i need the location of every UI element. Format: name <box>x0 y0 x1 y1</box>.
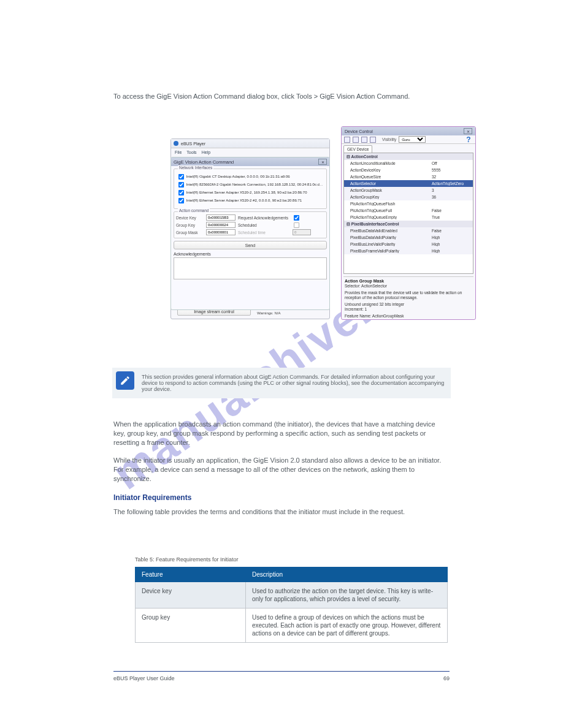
group-mask-label: Group Mask <box>176 230 204 235</box>
property-row[interactable]: PlcActionTrigQueueEmptyTrue <box>344 214 473 221</box>
property-row[interactable]: PixelBusLineValidPolarityHigh <box>344 241 473 248</box>
nif-text: Intel(R) Ethernet Server Adapter X520-2,… <box>186 191 307 194</box>
help-increment: Increment: 1 <box>345 307 472 312</box>
cell-desc: Used to authorize the action on the targ… <box>246 582 448 609</box>
help-icon[interactable]: ? <box>464 135 473 144</box>
help-desc: Provides the mask that the device will u… <box>345 290 472 300</box>
property-row[interactable]: PlcActionTrigQueueFullFalse <box>344 207 473 214</box>
request-ack-checkbox[interactable] <box>294 214 299 220</box>
ack-label: Acknowledgements <box>174 252 327 256</box>
nif-item[interactable]: Intel(R) Gigabit CT Desktop Adapter, 0.0… <box>177 173 323 181</box>
action-command-group: Action command Device Key Request Acknow… <box>174 211 327 238</box>
help-feature: Feature Name: ActionGroupMask <box>345 314 472 319</box>
property-row[interactable]: ActionSelectorActionTrigSetZero <box>344 180 473 187</box>
note-box: This section provides general informatio… <box>112 368 451 398</box>
property-row[interactable]: PixelBusFrameValidPolarityHigh <box>344 248 473 254</box>
menu-file[interactable]: File <box>175 150 182 154</box>
nif-text: Intel(R) Gigabit CT Desktop Adapter, 0.0… <box>186 175 290 178</box>
scheduled-checkbox[interactable] <box>294 222 299 227</box>
ack-textarea[interactable] <box>174 257 327 279</box>
nif-item[interactable]: Intel(R) 82566DM-2 Gigabit Network Conne… <box>177 181 323 189</box>
action-dialog-title: GigE Vision Action Command <box>174 159 234 165</box>
action-command-label: Action command <box>178 208 210 213</box>
property-name: PixelBusDataValidPolarity <box>344 235 430 240</box>
property-row[interactable]: ActionGroupKey36 <box>344 194 473 200</box>
device-key-row: Device Key Request Acknowledgements <box>176 214 324 221</box>
status-warning: Warnings: N/A <box>257 311 304 316</box>
property-name: ActionQueueSize <box>344 175 430 179</box>
footer-page-number: 69 <box>443 675 450 681</box>
property-tree[interactable]: ⊟ ActionControlActionUnconditionalModeOf… <box>343 153 473 274</box>
property-name: ActionGroupMask <box>344 188 430 192</box>
property-category[interactable]: ⊟ ActionControl <box>344 153 473 160</box>
device-key-label: Device Key <box>176 216 204 220</box>
table-header-row: Feature Description <box>136 567 448 582</box>
property-name: PlcActionTrigQueueFlush <box>344 202 430 206</box>
refresh-icon[interactable] <box>370 137 376 143</box>
th-description: Description <box>246 567 448 582</box>
network-interfaces-group: Network Interfaces Intel(R) Gigabit CT D… <box>174 169 327 209</box>
visibility-select[interactable]: Guru <box>399 136 426 143</box>
group-key-row: Group Key Scheduled <box>176 221 324 229</box>
menu-tools[interactable]: Tools <box>186 150 196 154</box>
device-control-panel: Device Control ✕ Visibility Guru ? GEV D… <box>341 126 476 320</box>
device-titlebar: Device Control ✕ <box>342 127 475 135</box>
group-key-input[interactable] <box>206 222 236 228</box>
cell-desc: Used to define a group of devices on whi… <box>246 609 448 643</box>
nif-item[interactable]: Intel(R) Ethernet Server Adapter X520-2,… <box>177 189 323 197</box>
cell-feature: Group key <box>136 609 246 643</box>
action-dialog-close-button[interactable]: ✕ <box>318 159 327 165</box>
footer-rule <box>113 671 450 672</box>
visibility-label: Visibility <box>382 137 396 142</box>
property-name: ActionSelector <box>344 181 430 186</box>
toolbar-icon[interactable] <box>353 137 359 143</box>
property-value: 3 <box>430 188 473 192</box>
nif-text: Intel(R) Ethernet Server Adapter X520-2 … <box>186 199 302 202</box>
note-icon <box>116 371 134 390</box>
page: manualshive.com To access the GigE Visio… <box>0 0 563 728</box>
property-value: False <box>430 229 473 233</box>
toolbar-icon[interactable] <box>344 137 350 143</box>
intro-text: To access the GigE Vision Action Command… <box>113 92 448 101</box>
nif-checkbox[interactable] <box>178 190 184 195</box>
property-value: True <box>430 215 473 219</box>
footer-left: eBUS Player User Guide <box>113 675 175 681</box>
tab-gev-device[interactable]: GEV Device <box>343 145 372 153</box>
property-name: PlcActionTrigQueueFull <box>344 208 430 213</box>
group-mask-input[interactable] <box>206 229 236 235</box>
property-name: ⊟ ActionControl <box>344 154 473 159</box>
property-name: ⊟ PixelBusInterfaceControl <box>344 222 473 227</box>
scheduled-time-label: Scheduled time <box>238 230 290 235</box>
app-icon <box>174 141 178 146</box>
note-text: This section provides general informatio… <box>142 374 444 392</box>
send-button[interactable]: Send <box>174 241 327 249</box>
property-category[interactable]: ⊟ PixelBusInterfaceControl <box>344 221 473 227</box>
property-row[interactable]: ActionGroupMask3 <box>344 187 473 194</box>
group-mask-row: Group Mask Scheduled time <box>176 229 324 236</box>
property-row[interactable]: PixelBusDataValidPolarityHigh <box>344 234 473 241</box>
ebus-titlebar: eBUS Player <box>171 139 329 148</box>
nif-checkbox[interactable] <box>178 198 184 203</box>
nif-checkbox[interactable] <box>178 174 184 180</box>
property-row[interactable]: ActionDeviceKey5555 <box>344 167 473 173</box>
property-value: High <box>430 249 473 253</box>
nif-checkbox[interactable] <box>178 182 184 188</box>
property-value: ActionTrigSetZero <box>430 181 473 186</box>
property-row[interactable]: PlcActionTrigQueueFlush <box>344 200 473 207</box>
property-row[interactable]: ActionQueueSize32 <box>344 173 473 180</box>
body-p1: When the application broadcasts an actio… <box>113 420 448 447</box>
menu-help[interactable]: Help <box>202 150 210 154</box>
nif-item[interactable]: Intel(R) Ethernet Server Adapter X520-2 … <box>177 197 323 205</box>
property-row[interactable]: ActionUnconditionalModeOff <box>344 160 473 167</box>
table-row: Group key Used to define a group of devi… <box>136 609 448 643</box>
property-row[interactable]: PixelBusDataValidEnabledFalse <box>344 227 473 234</box>
table-row: Device key Used to authorize the action … <box>136 582 448 609</box>
device-close-button[interactable]: ✕ <box>464 128 472 134</box>
help-title: Action Group Mask <box>345 279 472 284</box>
toolbar-icon[interactable] <box>361 137 367 143</box>
scheduled-label: Scheduled <box>238 223 290 227</box>
property-name: PixelBusDataValidEnabled <box>344 229 430 233</box>
property-value: 36 <box>430 195 473 199</box>
device-key-input[interactable] <box>206 214 236 221</box>
th-feature: Feature <box>136 567 246 582</box>
